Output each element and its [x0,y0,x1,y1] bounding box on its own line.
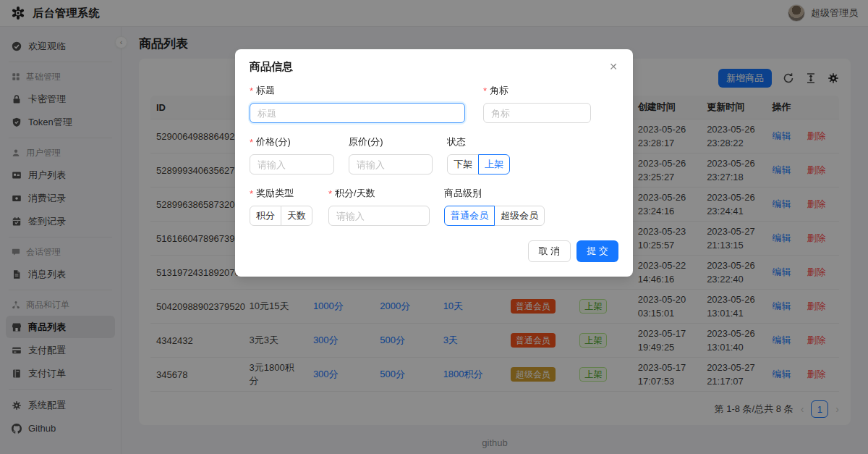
required-asterisk: * [250,137,253,148]
badge-field-label: 角标 [490,84,509,97]
radio-option-普通会员[interactable]: 普通会员 [444,206,495,226]
reward-type-field-label: 奖励类型 [256,187,294,200]
original-price-input[interactable] [349,154,433,175]
modal-title: 商品信息 [250,60,293,72]
title-field-label: 标题 [256,84,275,97]
points-days-input[interactable] [328,206,430,226]
title-input[interactable] [250,103,465,123]
status-radio-group: 下架上架 [447,154,510,175]
submit-button[interactable]: 提 交 [576,240,618,262]
status-field-label: 状态 [447,135,466,148]
radio-option-积分[interactable]: 积分 [250,206,281,226]
cancel-button[interactable]: 取 消 [528,240,571,262]
level-field-label: 商品级别 [444,187,482,200]
close-icon[interactable]: ✕ [605,59,621,75]
required-asterisk: * [328,188,332,199]
product-info-modal: 商品信息 ✕ *标题 *角标 *价格(分) 原价(分) 状态 [235,49,633,277]
radio-option-下架[interactable]: 下架 [447,154,479,175]
price-field-label: 价格(分) [256,135,291,148]
radio-option-上架[interactable]: 上架 [478,154,510,175]
price-input[interactable] [250,154,334,175]
required-asterisk: * [483,85,487,96]
original-price-field-label: 原价(分) [349,135,383,148]
radio-option-超级会员[interactable]: 超级会员 [494,206,545,226]
badge-input[interactable] [483,103,591,123]
required-asterisk: * [250,85,253,96]
required-asterisk: * [250,188,253,199]
radio-option-天数[interactable]: 天数 [281,206,312,226]
level-radio-group: 普通会员超级会员 [444,206,545,226]
points-days-field-label: 积分/天数 [335,187,375,200]
reward-type-radio-group: 积分天数 [250,206,312,226]
